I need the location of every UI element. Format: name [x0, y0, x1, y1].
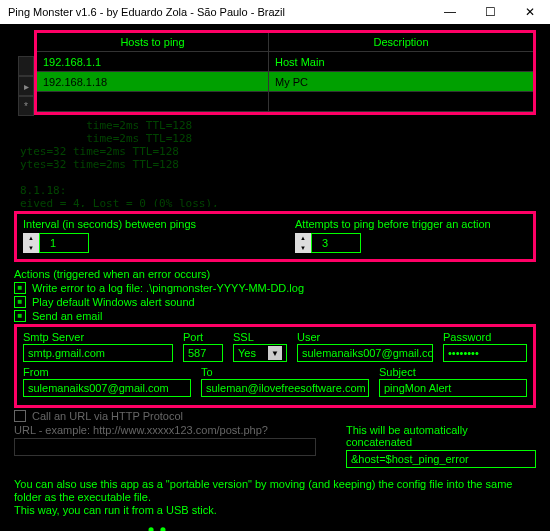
interval-attempts-group: Interval (in seconds) between pings ▲ ▼ … — [14, 211, 536, 262]
close-button[interactable] — [510, 0, 550, 24]
ssl-label: SSL — [233, 331, 287, 343]
checkbox-icon[interactable] — [14, 410, 26, 422]
row-handle-new[interactable]: * — [18, 96, 34, 116]
url-option[interactable]: Call an URL via HTTP Protocol — [14, 410, 536, 422]
host-cell[interactable]: 192.168.1.18 — [37, 72, 269, 91]
email-option[interactable]: Send an email — [14, 310, 536, 322]
actions-heading: Actions (triggered when an error occurs) — [14, 268, 536, 280]
password-label: Password — [443, 331, 527, 343]
host-cell[interactable]: 192.168.1.1 — [37, 52, 269, 71]
user-input[interactable]: sulemanaiks007@gmail.com — [297, 344, 433, 362]
smtp-label: Smtp Server — [23, 331, 173, 343]
interval-spin-buttons[interactable]: ▲ ▼ — [23, 233, 39, 253]
table-row-empty[interactable] — [37, 92, 533, 112]
attempts-label: Attempts to ping before trigger an actio… — [295, 218, 527, 230]
url-settings: URL - example: http://www.xxxxx123.com/p… — [14, 424, 536, 468]
console-output: time=2ms TTL=128 time=2ms TTL=128 ytes=3… — [14, 117, 536, 207]
monster-logo-icon — [140, 523, 174, 531]
hosts-header: Hosts to ping Description — [37, 33, 533, 52]
hosts-header-desc: Description — [269, 33, 533, 52]
table-row[interactable]: 192.168.1.18 My PC — [37, 72, 533, 92]
row-handle[interactable] — [18, 56, 34, 76]
user-label: User — [297, 331, 433, 343]
interval-label: Interval (in seconds) between pings — [23, 218, 255, 230]
host-cell[interactable] — [37, 92, 269, 111]
spin-up-icon[interactable]: ▲ — [295, 233, 311, 243]
email-settings: Smtp Server smtp.gmail.com Port 587 SSL … — [14, 324, 536, 408]
ssl-select[interactable]: Yes ▼ — [233, 344, 287, 362]
url-option-label: Call an URL via HTTP Protocol — [32, 410, 183, 422]
interval-value[interactable]: 1 — [39, 233, 89, 253]
spin-down-icon[interactable]: ▼ — [295, 243, 311, 253]
spin-up-icon[interactable]: ▲ — [23, 233, 39, 243]
app-name-text: Ping Monster — [14, 527, 134, 531]
attempts-spin-buttons[interactable]: ▲ ▼ — [295, 233, 311, 253]
row-handle-current[interactable]: ▸ — [18, 76, 34, 96]
subject-input[interactable]: pingMon Alert — [379, 379, 527, 397]
subject-label: Subject — [379, 366, 527, 378]
window-title: Ping Monster v1.6 - by Eduardo Zola - Sã… — [0, 6, 430, 18]
attempts-value[interactable]: 3 — [311, 233, 361, 253]
logfile-option[interactable]: Write error to a log file: .\pingmonster… — [14, 282, 536, 294]
logfile-label: Write error to a log file: .\pingmonster… — [32, 282, 304, 294]
desc-cell[interactable]: My PC — [269, 72, 533, 91]
app-name: Ping Monster — [14, 523, 359, 531]
email-label: Send an email — [32, 310, 102, 322]
sound-option[interactable]: Play default Windows alert sound — [14, 296, 536, 308]
chevron-down-icon[interactable]: ▼ — [268, 346, 282, 360]
ssl-value: Yes — [238, 347, 256, 359]
spin-down-icon[interactable]: ▼ — [23, 243, 39, 253]
checkbox-icon[interactable] — [14, 296, 26, 308]
to-input[interactable]: suleman@ilovefreesoftware.com — [201, 379, 369, 397]
url-example-label: URL - example: http://www.xxxxx123.com/p… — [14, 424, 316, 436]
to-label: To — [201, 366, 369, 378]
hosts-header-host: Hosts to ping — [37, 33, 269, 52]
port-input[interactable]: 587 — [183, 344, 223, 362]
desc-cell[interactable]: Host Main — [269, 52, 533, 71]
footer: Ping Monster www.zolalab.com.br egzola@g… — [14, 523, 536, 531]
minimize-button[interactable] — [430, 0, 470, 24]
password-input[interactable]: •••••••• — [443, 344, 527, 362]
interval-spinner[interactable]: ▲ ▼ 1 — [23, 233, 255, 253]
from-input[interactable]: sulemanaiks007@gmail.com — [23, 379, 191, 397]
hosts-table: Hosts to ping Description 192.168.1.1 Ho… — [34, 30, 536, 115]
port-label: Port — [183, 331, 223, 343]
url-concat-value: &host=$host_ping_error — [346, 450, 536, 468]
desc-cell[interactable] — [269, 92, 533, 111]
attempts-spinner[interactable]: ▲ ▼ 3 — [295, 233, 527, 253]
url-concat-label: This will be automatically concatenated — [346, 424, 536, 448]
maximize-button[interactable] — [470, 0, 510, 24]
checkbox-icon[interactable] — [14, 282, 26, 294]
from-label: From — [23, 366, 191, 378]
smtp-input[interactable]: smtp.gmail.com — [23, 344, 173, 362]
checkbox-icon[interactable] — [14, 310, 26, 322]
portable-note: You can also use this app as a "portable… — [14, 478, 536, 517]
titlebar: Ping Monster v1.6 - by Eduardo Zola - Sã… — [0, 0, 550, 24]
url-input[interactable] — [14, 438, 316, 456]
grid-row-handles: ▸ * — [18, 56, 34, 116]
table-row[interactable]: 192.168.1.1 Host Main — [37, 52, 533, 72]
sound-label: Play default Windows alert sound — [32, 296, 195, 308]
